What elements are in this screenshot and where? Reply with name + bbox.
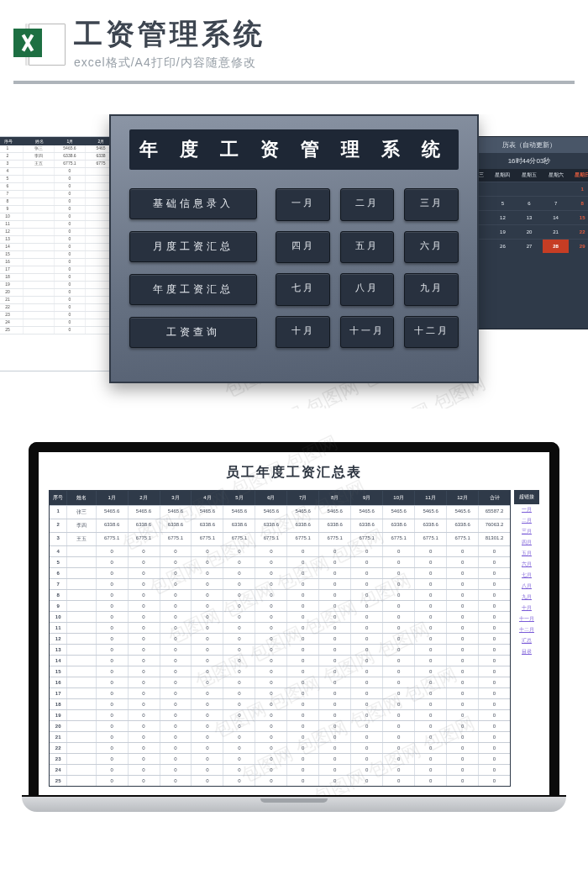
sheet-link-7[interactable]: 八月 — [514, 581, 539, 592]
nav-month-4[interactable]: 四月 — [276, 231, 330, 264]
nav-month-12[interactable]: 十二月 — [404, 316, 459, 349]
sheet-link-5[interactable]: 六月 — [514, 559, 539, 570]
table-row: 170000000000000 — [50, 687, 510, 698]
table-row: 60000000000000 — [50, 567, 510, 578]
nav-month-5[interactable]: 五月 — [340, 231, 395, 264]
table-row: 2李四6338.66338.66338.66338.66338.66338.66… — [50, 519, 510, 532]
nav-main-2[interactable]: 年度工资汇总 — [129, 274, 257, 305]
nav-month-6[interactable]: 六月 — [404, 231, 459, 264]
nav-main-1[interactable]: 月度工资汇总 — [129, 231, 257, 262]
sheet-link-6[interactable]: 七月 — [514, 570, 539, 581]
excel-icon — [13, 17, 66, 69]
table-row: 3王五6775.16775.16775.16775.16775.16775.16… — [50, 532, 510, 545]
nav-month-10[interactable]: 十月 — [276, 316, 330, 349]
table-row: 160000000000000 — [50, 677, 510, 687]
sheet-link-2[interactable]: 三月 — [514, 526, 539, 537]
sheet-link-11[interactable]: 十二月 — [514, 624, 539, 635]
table-row: 110000000000000 — [50, 622, 510, 633]
nav-main-3[interactable]: 工资查询 — [129, 317, 257, 348]
calendar-time: 16时44分03秒 — [463, 153, 588, 169]
nav-month-8[interactable]: 八月 — [340, 273, 395, 306]
panel-title: 年 度 工 资 管 理 系 统 — [129, 129, 459, 170]
sheet-link-9[interactable]: 十月 — [514, 603, 539, 614]
table-row: 120000000000000 — [50, 633, 510, 644]
calendar-banner: 历表（自动更新） — [463, 137, 588, 153]
table-row: 240000000000000 — [50, 764, 510, 775]
table-row: 90000000000000 — [50, 600, 510, 611]
table-row: 200000000000000 — [50, 720, 510, 731]
nav-month-11[interactable]: 十一月 — [340, 316, 395, 349]
template-header: 工资管理系统 excel格式/A4打印/内容随意修改 — [0, 0, 588, 76]
sheet-link-12[interactable]: 汇总 — [514, 635, 539, 646]
nav-main-0[interactable]: 基础信息录入 — [129, 188, 257, 219]
table-row: 40000000000000 — [50, 545, 510, 556]
summary-table: 序号姓名1月2月3月4月5月6月7月8月9月10月11月12月合计 1张三546… — [49, 490, 511, 787]
table-row: 190000000000000 — [50, 709, 510, 720]
table-row: 250000000000000 — [50, 775, 510, 786]
page-subtitle: excel格式/A4打印/内容随意修改 — [74, 55, 575, 71]
table-row: 210000000000000 — [50, 731, 510, 742]
mini-calendar: 历表（自动更新） 16时44分03秒 星期三星期四星期五星期六星期日 14567… — [462, 136, 588, 329]
sheet-link-8[interactable]: 九月 — [514, 592, 539, 603]
hero-section: 包图网 包图网 包图网 包图网 包图网 包图网 包图网 包图网 包图网 包图网 … — [0, 114, 588, 408]
table-row: 220000000000000 — [50, 742, 510, 753]
table-row: 180000000000000 — [50, 698, 510, 709]
hyperlink-column: 超链接 一月二月三月四月五月六月七月八月九月十月十一月十二月汇总目录 — [514, 490, 539, 787]
table-row: 100000000000000 — [50, 611, 510, 622]
table-row: 80000000000000 — [50, 589, 510, 600]
table-row: 1张三5465.65465.65465.65465.65465.65465.65… — [50, 505, 510, 519]
page-title: 工资管理系统 — [74, 15, 575, 54]
laptop-base — [22, 795, 566, 812]
sheet-link-3[interactable]: 四月 — [514, 537, 539, 548]
nav-month-2[interactable]: 二月 — [340, 188, 395, 221]
table-row: 130000000000000 — [50, 644, 510, 655]
nav-month-3[interactable]: 三月 — [404, 188, 459, 221]
nav-month-1[interactable]: 一月 — [276, 188, 330, 221]
table-row: 50000000000000 — [50, 556, 510, 567]
nav-month-9[interactable]: 九月 — [404, 273, 459, 306]
header-divider — [13, 81, 575, 84]
mini-spreadsheet: 序号姓名1月2月 1张三5465.654652李四6338.663383王五67… — [0, 136, 118, 371]
sheet-link-4[interactable]: 五月 — [514, 548, 539, 559]
summary-title: 员工年度工资汇总表 — [49, 464, 539, 482]
table-row: 150000000000000 — [50, 666, 510, 677]
sheet-link-0[interactable]: 一月 — [514, 504, 539, 515]
sheet-link-10[interactable]: 十一月 — [514, 614, 539, 624]
table-row: 140000000000000 — [50, 655, 510, 666]
table-row: 70000000000000 — [50, 578, 510, 589]
table-row: 230000000000000 — [50, 753, 510, 764]
links-header: 超链接 — [514, 490, 539, 504]
nav-month-7[interactable]: 七月 — [276, 273, 330, 306]
nav-panel: 年 度 工 资 管 理 系 统 基础信息录入月度工资汇总年度工资汇总工资查询 一… — [109, 114, 479, 383]
laptop-mockup: 包图网 包图网 包图网 包图网 包图网 包图网 包图网 包图网 包图网 包图网 … — [29, 442, 559, 812]
sheet-link-1[interactable]: 二月 — [514, 515, 539, 526]
sheet-link-13[interactable]: 目录 — [514, 646, 539, 657]
